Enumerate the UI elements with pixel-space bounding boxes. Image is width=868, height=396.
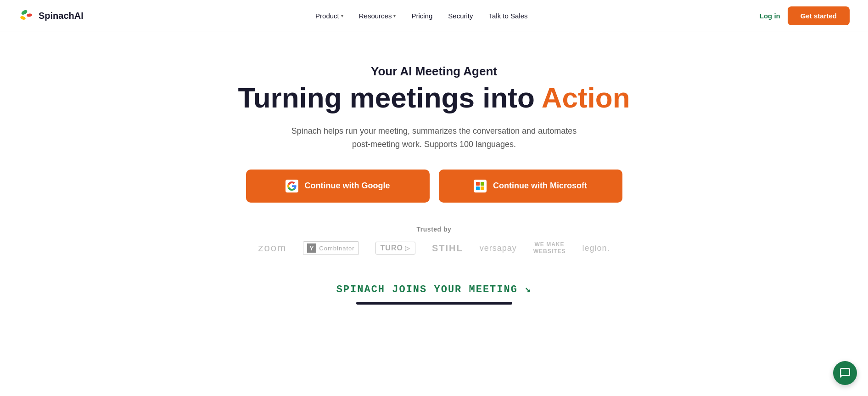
wemakewebsites-logo: WE MAKEWEBSITES <box>533 241 566 255</box>
zoom-logo: zoom <box>258 242 287 254</box>
nav-security[interactable]: Security <box>442 8 479 23</box>
hero-section: Your AI Meeting Agent Turning meetings i… <box>0 32 868 337</box>
stihl-logo: STIHL <box>432 243 463 254</box>
cta-buttons: Continue with Google Continue with Micro… <box>246 170 622 203</box>
svg-point-1 <box>21 9 28 16</box>
video-bar <box>356 302 512 305</box>
google-cta-button[interactable]: Continue with Google <box>246 170 430 203</box>
nav-links: Product ▾ Resources ▾ Pricing Security T… <box>309 8 534 23</box>
svg-point-3 <box>26 13 32 17</box>
svg-point-2 <box>20 15 26 20</box>
product-chevron-icon: ▾ <box>341 13 343 18</box>
login-button[interactable]: Log in <box>760 12 780 20</box>
nav-pricing[interactable]: Pricing <box>405 8 439 23</box>
trusted-label: Trusted by <box>417 226 452 233</box>
handwritten-text: Spinach Joins Your Meeting ↘ <box>336 283 532 295</box>
versapay-logo: versapay <box>480 243 517 253</box>
resources-chevron-icon: ▾ <box>393 13 396 18</box>
handwritten-arrow-icon: ↘ <box>525 284 532 295</box>
hero-description: Spinach helps run your meeting, summariz… <box>287 124 581 151</box>
trusted-section: Trusted by zoom Y Combinator TURO ▷ STIH… <box>258 226 610 255</box>
ycomb-square: Y <box>307 243 316 253</box>
logo[interactable]: SpinachAI <box>18 8 84 24</box>
google-g-icon <box>287 181 297 191</box>
microsoft-windows-icon <box>476 182 484 190</box>
microsoft-icon <box>474 180 487 192</box>
nav-talk-to-sales[interactable]: Talk to Sales <box>482 8 534 23</box>
navbar: SpinachAI Product ▾ Resources ▾ Pricing … <box>0 0 868 32</box>
turo-logo: TURO ▷ <box>375 242 415 255</box>
legion-logo: legion. <box>582 243 610 253</box>
nav-product[interactable]: Product ▾ <box>309 8 350 23</box>
bottom-section: Spinach Joins Your Meeting ↘ <box>336 283 532 314</box>
hero-subtitle: Your AI Meeting Agent <box>371 64 497 79</box>
turo-arrow-icon: ▷ <box>405 244 410 252</box>
microsoft-cta-button[interactable]: Continue with Microsoft <box>439 170 622 203</box>
spinach-logo-icon <box>18 8 35 24</box>
nav-right: Log in Get started <box>760 6 850 25</box>
trusted-logos: zoom Y Combinator TURO ▷ STIHL versapay … <box>258 241 610 255</box>
get-started-button[interactable]: Get started <box>788 6 850 25</box>
ycombinator-logo: Y Combinator <box>303 241 358 255</box>
nav-resources[interactable]: Resources ▾ <box>353 8 403 23</box>
google-icon <box>286 180 298 192</box>
logo-text: SpinachAI <box>39 11 84 21</box>
hero-title: Turning meetings into Action <box>238 82 630 113</box>
